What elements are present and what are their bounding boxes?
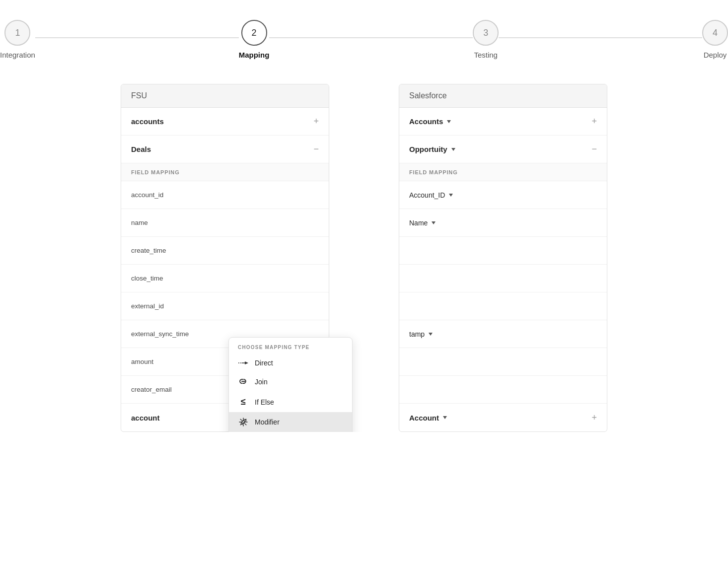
step-connector-3-4 [499,37,702,38]
step-label-testing: Testing [474,51,498,59]
fsu-deals-collapse[interactable]: − [313,144,319,154]
fsu-field-close-time: close_time [121,265,329,292]
sf-opportunity-label: Opportuity [409,145,591,153]
sf-field-mapping-label: FIELD MAPPING [409,169,597,175]
step-circle-2: 2 [241,20,267,46]
sf-account-id-chevron [449,194,453,197]
join-link-icon [238,377,248,387]
step-connector-2-3 [269,37,473,38]
sf-row-accounts[interactable]: Accounts + [399,108,607,136]
direct-arrow-icon [238,360,248,366]
step-testing[interactable]: 3 Testing [473,20,499,59]
mapping-type-popup: CHOOSE MAPPING TYPE Direct Join [228,337,353,432]
sf-field-empty-5 [399,376,607,404]
sf-opportunity-chevron [451,148,455,151]
step-mapping[interactable]: 2 Mapping [239,20,270,59]
step-deploy[interactable]: 4 Deploy [702,20,728,59]
sf-field-empty-1 [399,237,607,265]
fsu-accounts-add[interactable]: + [313,116,319,127]
sf-account-bottom-label: Account [409,414,591,422]
sf-account-id-label: Account_ID [409,191,597,199]
sf-account-add[interactable]: + [591,413,597,423]
fsu-field-mapping-label: FIELD MAPPING [131,169,319,175]
fsu-deals-label: Deals [131,145,309,153]
sf-tamp-label: tamp [409,330,597,338]
sf-opportunity-collapse[interactable]: − [591,144,597,154]
sf-field-empty-4 [399,348,607,376]
popup-item-direct[interactable]: Direct [229,354,352,372]
sf-accounts-label: Accounts [409,117,591,126]
stepper: 1 Integration 2 Mapping 3 Testing 4 Depl… [0,0,728,84]
popup-ifelse-label: If Else [255,398,274,406]
direct-icon [238,360,249,366]
sf-name-label: Name [409,219,597,227]
sf-accounts-add[interactable]: + [591,116,597,127]
join-icon [238,377,249,387]
fsu-row-deals[interactable]: Deals − [121,136,329,163]
sf-row-opportunity[interactable]: Opportuity − [399,136,607,163]
sf-field-tamp[interactable]: tamp [399,320,607,348]
fsu-field-create-time: create_time [121,237,329,265]
fsu-field-mapping-header: FIELD MAPPING [121,163,329,181]
sf-panel: Salesforce Accounts + Opportuity − FIELD… [399,84,607,432]
popup-join-label: Join [255,378,268,386]
popup-item-ifelse[interactable]: ≤ If Else [229,392,352,412]
step-circle-1: 1 [4,20,30,46]
fsu-field-name: name [121,209,329,237]
modifier-gear-icon [238,417,248,427]
popup-item-join[interactable]: Join [229,372,352,392]
sf-field-name[interactable]: Name [399,209,607,237]
sf-field-empty-2 [399,265,607,292]
popup-title: CHOOSE MAPPING TYPE [229,338,352,354]
popup-item-modifier[interactable]: Modifier [229,412,352,432]
fsu-panel-header: FSU [121,84,329,108]
mapping-area: FSU accounts + Deals − FIELD MAPPING acc… [0,84,728,432]
svg-marker-6 [245,361,248,364]
fsu-accounts-label: accounts [131,117,309,126]
step-connector-1-2 [35,37,239,38]
sf-accounts-chevron [447,120,451,123]
sf-field-empty-3 [399,292,607,320]
sf-field-mapping-header: FIELD MAPPING [399,163,607,181]
popup-modifier-label: Modifier [255,418,280,426]
step-circle-4: 4 [702,20,728,46]
modifier-icon [238,417,249,427]
sf-panel-header: Salesforce [399,84,607,108]
step-integration[interactable]: 1 Integration [0,20,35,59]
sf-row-account-bottom[interactable]: Account + [399,404,607,431]
sf-field-account-id[interactable]: Account_ID [399,181,607,209]
step-circle-3: 3 [473,20,499,46]
sf-account-bottom-chevron [443,416,447,419]
fsu-field-account-id: account_id [121,181,329,209]
step-label-deploy: Deploy [704,51,727,59]
popup-direct-label: Direct [255,359,273,367]
sf-name-chevron [432,221,436,224]
ifelse-icon: ≤ [238,397,249,407]
fsu-field-external-id: external_id [121,292,329,320]
step-label-mapping: Mapping [239,51,270,59]
fsu-row-accounts[interactable]: accounts + [121,108,329,136]
sf-tamp-chevron [429,333,433,336]
step-label-integration: Integration [0,51,35,59]
